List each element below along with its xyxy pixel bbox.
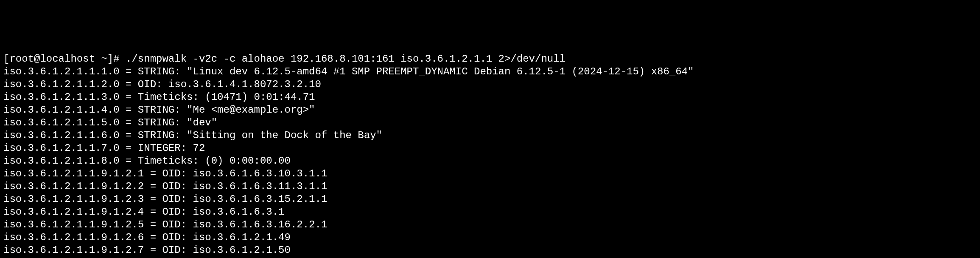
command-line: [root@localhost ~]# ./snmpwalk -v2c -c a…: [3, 53, 977, 65]
output-line: iso.3.6.1.2.1.1.9.1.2.4 = OID: iso.3.6.1…: [3, 206, 977, 218]
output-line: iso.3.6.1.2.1.1.9.1.2.5 = OID: iso.3.6.1…: [3, 218, 977, 231]
terminal-window[interactable]: [root@localhost ~]# ./snmpwalk -v2c -c a…: [3, 53, 977, 258]
output-line: iso.3.6.1.2.1.1.2.0 = OID: iso.3.6.1.4.1…: [3, 78, 977, 91]
output-line: iso.3.6.1.2.1.1.9.1.2.7 = OID: iso.3.6.1…: [3, 244, 977, 257]
output-line: iso.3.6.1.2.1.1.9.1.2.2 = OID: iso.3.6.1…: [3, 180, 977, 193]
output-line: iso.3.6.1.2.1.1.6.0 = STRING: "Sitting o…: [3, 129, 977, 142]
command-text: ./snmpwalk -v2c -c alohaoe 192.168.8.101…: [126, 53, 566, 65]
output-line: iso.3.6.1.2.1.1.9.1.2.3 = OID: iso.3.6.1…: [3, 193, 977, 206]
output-line: iso.3.6.1.2.1.1.8.0 = Timeticks: (0) 0:0…: [3, 155, 977, 167]
output-line: iso.3.6.1.2.1.1.4.0 = STRING: "Me <me@ex…: [3, 104, 977, 116]
output-line: iso.3.6.1.2.1.1.7.0 = INTEGER: 72: [3, 142, 977, 155]
output-line: iso.3.6.1.2.1.1.9.1.2.6 = OID: iso.3.6.1…: [3, 231, 977, 244]
shell-prompt: [root@localhost ~]#: [3, 53, 126, 65]
output-line: iso.3.6.1.2.1.1.9.1.2.1 = OID: iso.3.6.1…: [3, 167, 977, 180]
output-line: iso.3.6.1.2.1.1.5.0 = STRING: "dev": [3, 116, 977, 129]
output-line: iso.3.6.1.2.1.1.3.0 = Timeticks: (10471)…: [3, 91, 977, 104]
output-line: iso.3.6.1.2.1.1.1.0 = STRING: "Linux dev…: [3, 65, 977, 78]
